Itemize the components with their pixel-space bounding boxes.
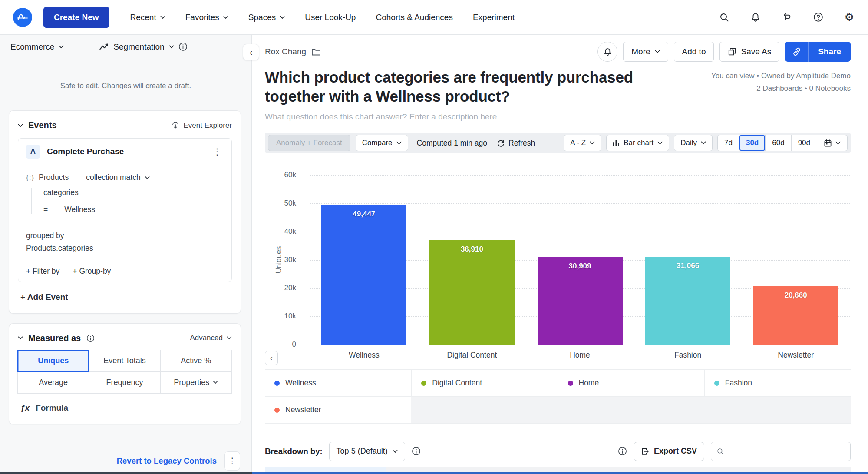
info-icon[interactable]	[86, 334, 95, 343]
space-selector[interactable]: Ecommerce	[10, 42, 64, 52]
revert-legacy-link[interactable]: Revert to Legacy Controls	[117, 456, 217, 466]
measured-option-label: Uniques	[38, 356, 69, 365]
share-split-button: Share	[785, 42, 851, 62]
bar-value-label: 31,066	[645, 262, 730, 270]
formula-button[interactable]: ƒx Formula	[20, 403, 232, 413]
anomaly-forecast-button[interactable]: Anomaly + Forecast	[268, 135, 350, 151]
legend-item-wellness[interactable]: Wellness	[265, 370, 411, 397]
description-placeholder[interactable]: What question does this chart answer? En…	[265, 112, 851, 122]
share-button[interactable]: Share	[809, 42, 851, 62]
legend-label: Digital Content	[432, 378, 482, 388]
property-field[interactable]: categories	[43, 188, 224, 197]
legend-item-fashion[interactable]: Fashion	[704, 370, 851, 397]
measured-option-frequency[interactable]: Frequency	[89, 371, 160, 394]
breakdown-selected-value: Top 5 (Default)	[337, 447, 388, 456]
event-explorer-button[interactable]: Event Explorer	[171, 121, 232, 130]
property-value[interactable]: Wellness	[64, 205, 95, 214]
legend-label: Fashion	[725, 378, 752, 388]
search-icon	[716, 447, 724, 455]
events-panel-title: Events	[28, 120, 57, 130]
nav-item-recent[interactable]: Recent	[130, 13, 165, 22]
nav-item-user-look-up[interactable]: User Look-Up	[305, 13, 356, 22]
amplitude-app: Create New RecentFavoritesSpacesUser Loo…	[0, 0, 868, 474]
legend-item-home[interactable]: Home	[558, 370, 704, 397]
refresh-button[interactable]: Refresh	[497, 139, 535, 148]
copy-link-icon[interactable]	[785, 42, 809, 62]
advanced-dropdown[interactable]: Advanced	[190, 334, 232, 342]
calendar-dropdown[interactable]	[817, 135, 847, 151]
export-csv-button[interactable]: Export CSV	[634, 442, 704, 461]
chart-legend: WellnessDigital ContentHomeFashionNewsle…	[265, 369, 851, 424]
pointer-hand-icon	[171, 121, 180, 130]
nav-item-spaces[interactable]: Spaces	[248, 13, 285, 22]
event-row[interactable]: A Complete Purchase ⋮	[18, 139, 231, 165]
breadcrumb[interactable]: Rox Chang	[265, 47, 321, 56]
range-7d[interactable]: 7d	[718, 135, 739, 151]
sort-label: A - Z	[570, 139, 586, 147]
range-90d[interactable]: 90d	[791, 135, 817, 151]
more-button[interactable]: More	[623, 42, 668, 62]
info-icon[interactable]	[178, 42, 188, 51]
measured-option-event-totals[interactable]: Event Totals	[89, 350, 160, 372]
bar-wellness[interactable]	[321, 205, 406, 345]
bar-value-label: 30,909	[538, 262, 623, 271]
legend-item-newsletter[interactable]: Newsletter	[265, 397, 411, 424]
chart-type-dropdown[interactable]: Bar chart	[606, 135, 669, 151]
info-icon[interactable]	[618, 447, 627, 456]
grouped-by-section[interactable]: grouped by Products.categories	[18, 223, 231, 261]
chart-meta: You can view • Owned by Amplitude Demo 2…	[711, 70, 851, 95]
sort-dropdown[interactable]: A - Z	[564, 135, 601, 151]
add-to-button[interactable]: Add to	[674, 42, 714, 62]
compare-dropdown[interactable]: Compare	[356, 135, 408, 151]
chevron-down-icon	[213, 381, 218, 384]
settings-gear-icon[interactable]: ⚙	[844, 12, 855, 23]
range-60d[interactable]: 60d	[765, 135, 791, 151]
equals-operator[interactable]: =	[43, 205, 48, 214]
measured-as-title: Measured as	[28, 333, 81, 343]
journeys-icon[interactable]	[781, 12, 792, 23]
legend-item-digital-content[interactable]: Digital Content	[411, 370, 558, 397]
chart-alert-bell-button[interactable]	[597, 42, 617, 62]
help-icon[interactable]	[812, 12, 824, 23]
y-axis-label: Uniques	[274, 242, 283, 277]
event-kebab-menu[interactable]: ⋮	[211, 146, 224, 157]
add-filter-button[interactable]: + Filter by	[26, 267, 59, 276]
y-tick-label: 60k	[265, 171, 296, 179]
add-event-button[interactable]: + Add Event	[20, 292, 232, 302]
collapse-sidebar-button[interactable]: ‹	[243, 44, 259, 60]
create-new-button[interactable]: Create New	[43, 7, 109, 28]
chart-mode-selector[interactable]: Segmentation	[99, 42, 174, 52]
info-icon[interactable]	[412, 447, 421, 456]
page-title[interactable]: Which product categories are frequently …	[265, 68, 647, 106]
segmentation-icon	[99, 43, 109, 50]
nav-item-experiment[interactable]: Experiment	[473, 13, 515, 22]
table-search-input[interactable]	[728, 447, 845, 456]
measured-options-grid: UniquesEvent TotalsActive %AverageFreque…	[18, 350, 232, 394]
add-to-label: Add to	[682, 47, 706, 56]
measured-option-label: Active %	[181, 356, 211, 365]
x-tick-label: Home	[526, 351, 634, 360]
search-icon[interactable]	[719, 12, 730, 23]
measured-option-properties[interactable]: Properties	[160, 371, 232, 394]
add-groupby-button[interactable]: + Group-by	[73, 267, 111, 276]
amplitude-logo-icon[interactable]	[13, 8, 32, 27]
measured-option-uniques[interactable]: Uniques	[17, 350, 89, 372]
collapse-axis-button[interactable]: ‹	[265, 351, 278, 365]
sidebar-kebab-menu[interactable]: ⋮	[224, 451, 240, 471]
save-as-button[interactable]: Save As	[719, 42, 779, 62]
copy-icon	[728, 47, 736, 56]
nav-item-cohorts-audiences[interactable]: Cohorts & Audiences	[376, 13, 452, 22]
notifications-bell-icon[interactable]	[750, 12, 761, 23]
property-operator-dropdown[interactable]: collection match	[86, 173, 149, 182]
chevron-down-icon	[227, 336, 232, 340]
range-30d[interactable]: 30d	[739, 135, 765, 151]
measured-option-average[interactable]: Average	[17, 371, 89, 394]
measured-as-panel: Measured as Advanced UniquesEvent Totals…	[9, 323, 241, 424]
nav-item-favorites[interactable]: Favorites	[185, 13, 228, 22]
granularity-dropdown[interactable]: Daily	[674, 135, 713, 151]
sidebar-header: Ecommerce Segmentation	[0, 35, 251, 59]
bar-digital-content[interactable]	[429, 240, 515, 345]
measured-option-active[interactable]: Active %	[160, 350, 232, 372]
breakdown-dropdown[interactable]: Top 5 (Default)	[329, 442, 405, 461]
refresh-label: Refresh	[508, 139, 535, 148]
